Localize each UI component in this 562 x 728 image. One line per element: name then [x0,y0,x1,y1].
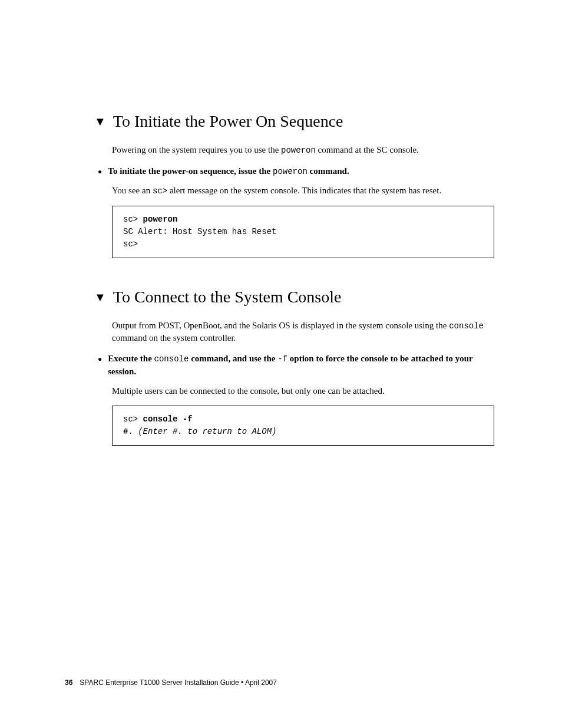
section2-bullet-a: Execute the [108,354,154,363]
section1-para1-a: Powering on the system requires you to u… [112,145,281,154]
section1-bullet-text: To initiate the power-on sequence, issue… [108,165,349,178]
section1-bullet-b: command. [308,166,349,176]
section1-bullet-code: poweron [273,167,308,176]
footer-text: SPARC Enterprise T1000 Server Installati… [80,678,277,687]
section1-heading: ▼ To Initiate the Power On Sequence [94,112,494,131]
section2-bullet-code2: -f [277,354,287,364]
page-footer: 36SPARC Enterprise T1000 Server Installa… [65,678,277,687]
bullet-icon: ● [98,167,102,176]
section2-heading-text: To Connect to the System Console [113,288,342,307]
code-line2-bold: #. [123,427,133,436]
section1-para2-b: alert message on the system console. Thi… [167,186,441,195]
section1-para1-b: command at the SC console. [316,145,419,154]
triangle-down-icon: ▼ [94,115,106,129]
section1-heading-text: To Initiate the Power On Sequence [113,112,343,131]
section2-bullet-code1: console [154,354,189,364]
section2-para2: Multiple users can be connected to the c… [112,385,494,397]
page-number: 36 [65,678,72,687]
triangle-down-icon: ▼ [94,291,106,304]
section2-bullet: ● Execute the console command, and use t… [98,353,494,378]
page-content: ▼ To Initiate the Power On Sequence Powe… [0,0,562,446]
bullet-icon: ● [98,355,102,364]
code-line2-italic: (Enter #. to return to ALOM) [133,427,277,436]
code-prefix: sc> [123,215,143,224]
code-line2: SC Alert: Host System has Reset [123,227,276,236]
section2-bullet-b: command, and use the [189,354,277,363]
section1-para1: Powering on the system requires you to u… [112,144,494,157]
section1-bullet-a: To initiate the power-on sequence, issue… [108,166,273,176]
section2-para1: Output from POST, OpenBoot, and the Sola… [112,319,494,345]
code-line3: sc> [123,239,138,249]
section2-para1-b: command on the system controller. [112,333,236,342]
code-prefix: sc> [123,414,143,424]
section1-para2-a: You see an [112,186,153,195]
section2-heading: ▼ To Connect to the System Console [94,288,494,307]
section1-code-block: sc> poweron SC Alert: Host System has Re… [112,206,494,258]
section1-para2: You see an sc> alert message on the syst… [112,185,494,197]
code-cmd: console -f [143,414,193,424]
section1-para1-code: poweron [281,146,316,155]
section1-bullet: ● To initiate the power-on sequence, iss… [98,165,494,178]
section2-bullet-text: Execute the console command, and use the… [108,353,494,378]
code-cmd: poweron [143,215,178,224]
section2-code-block: sc> console -f #. (Enter #. to return to… [112,406,494,446]
section2-para1-code: console [449,321,484,331]
section2-para1-a: Output from POST, OpenBoot, and the Sola… [112,321,449,330]
section1-para2-code: sc> [153,186,167,196]
